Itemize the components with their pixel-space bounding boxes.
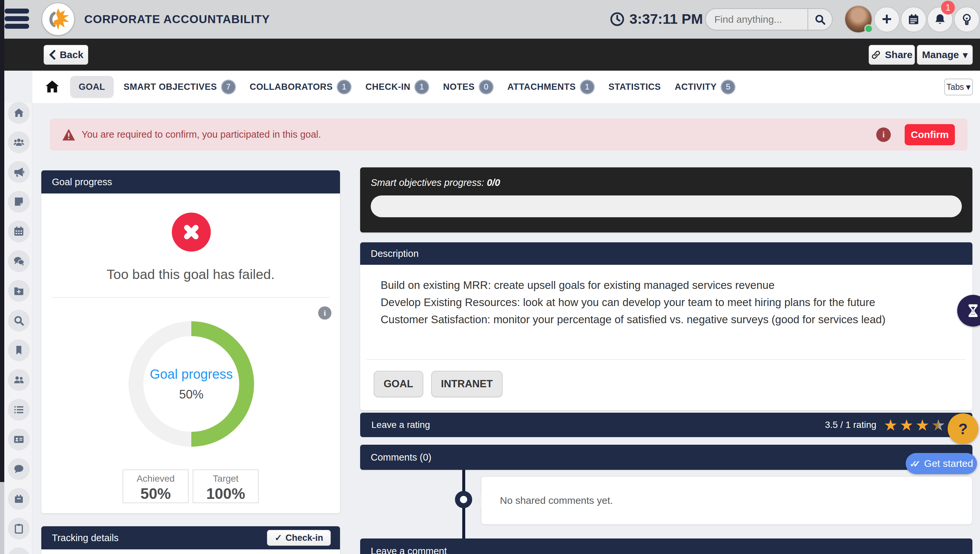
calendar-icon	[13, 226, 25, 237]
global-search	[705, 8, 833, 30]
chevron-left-icon	[49, 50, 56, 60]
manage-button[interactable]: Manage	[917, 45, 973, 65]
tab-badge: 7	[221, 80, 236, 94]
user-avatar[interactable]	[844, 5, 872, 33]
goal-tab-bar: GOAL SMART OBJECTIVES 7 COLLABORATORS 1 …	[32, 71, 980, 103]
rating-bar: Leave a rating 3.5 / 1 rating	[360, 413, 972, 437]
objectives-progress-value: 0/0	[487, 177, 500, 188]
get-started-button[interactable]: ✓✓ Get started	[906, 453, 977, 474]
confirm-button[interactable]: Confirm	[905, 124, 955, 145]
sidebar-item-tasks[interactable]	[8, 518, 30, 540]
tab-badge: 1	[414, 80, 429, 94]
hamburger-menu-icon[interactable]	[5, 9, 29, 30]
clipboard-icon	[13, 523, 25, 535]
search-input[interactable]	[706, 14, 808, 25]
sidebar-item-archive[interactable]	[8, 488, 30, 510]
id-card-icon	[13, 433, 25, 446]
tab-badge: 1	[580, 80, 595, 94]
description-header: Description	[360, 242, 972, 265]
folder-add-icon	[13, 285, 25, 297]
left-scrollbar-thumb[interactable]	[0, 0, 4, 482]
goal-action-bar: Back Share Manage	[0, 39, 980, 71]
goal-failed-message: Too bad this goal has failed.	[41, 267, 340, 282]
tab-home[interactable]	[44, 79, 60, 95]
sidebar-item-files[interactable]	[8, 280, 30, 302]
goal-progress-header: Goal progress	[41, 170, 340, 193]
comment-icon	[13, 463, 25, 475]
page-title: CORPORATE ACCOUNTABILITY	[84, 13, 270, 26]
sidebar-item-more[interactable]	[8, 548, 30, 554]
users-icon	[13, 374, 25, 386]
sidebar-item-announcements[interactable]	[8, 161, 30, 183]
left-scrollbar-track[interactable]	[0, 482, 4, 554]
sidebar-item-directory[interactable]	[8, 428, 30, 451]
corporate-accountability-app: CORPORATE ACCOUNTABILITY 3:37:11 PM	[0, 0, 980, 554]
achieved-stat: Achieved 50%	[123, 470, 189, 503]
ideas-button[interactable]	[954, 6, 980, 32]
sidebar-item-home[interactable]	[8, 102, 30, 124]
notification-count-badge: 1	[941, 1, 955, 14]
tab-goal[interactable]: GOAL	[70, 76, 114, 98]
empty-comments-message: No shared comments yet.	[500, 495, 613, 506]
info-icon[interactable]: i	[876, 127, 891, 142]
sidebar-item-notes[interactable]	[8, 191, 30, 213]
tab-check-in[interactable]: CHECK-IN 1	[366, 80, 429, 94]
add-button[interactable]	[874, 6, 900, 32]
star-icon[interactable]	[884, 417, 897, 433]
share-button[interactable]: Share	[869, 45, 915, 65]
check-in-button[interactable]: Check-in	[267, 530, 331, 546]
tab-statistics[interactable]: STATISTICS	[609, 82, 661, 92]
donut-value: 50%	[179, 388, 204, 401]
tag-goal[interactable]: GOAL	[374, 371, 423, 397]
hourglass-icon	[966, 303, 980, 318]
app-logo[interactable]	[41, 3, 75, 36]
star-icon[interactable]	[899, 417, 913, 433]
top-bar: CORPORATE ACCOUNTABILITY 3:37:11 PM	[0, 0, 980, 39]
sidebar-item-chats[interactable]	[8, 250, 30, 272]
tab-attachments[interactable]: ATTACHMENTS 1	[508, 80, 595, 94]
description-panel: Description Build on existing MRR: creat…	[360, 242, 972, 411]
sidebar-item-objectives-list[interactable]	[8, 399, 30, 420]
divider	[367, 359, 966, 360]
bell-icon	[934, 13, 946, 26]
back-button[interactable]: Back	[44, 45, 88, 65]
clock-widget: 3:37:11 PM	[610, 11, 703, 27]
sidebar-item-calendar[interactable]	[8, 221, 30, 242]
tag-intranet[interactable]: INTRANET	[431, 371, 503, 397]
lightbulb-icon	[960, 13, 974, 26]
clock-icon	[610, 11, 625, 27]
note-icon	[13, 196, 25, 208]
tab-smart-objectives[interactable]: SMART OBJECTIVES 7	[124, 80, 236, 94]
search-button[interactable]	[808, 9, 832, 30]
sidebar-item-search[interactable]	[8, 310, 30, 331]
confirmation-alert: You are required to confirm, you partici…	[50, 119, 967, 151]
sidebar-item-feedback[interactable]	[8, 458, 30, 480]
help-button[interactable]	[948, 413, 978, 444]
link-icon	[871, 50, 881, 60]
tab-notes[interactable]: NOTES 0	[443, 80, 494, 94]
goal-progress-card: Goal progress Too bad this goal has fail…	[41, 170, 340, 513]
home-icon	[13, 107, 25, 119]
chats-icon	[13, 255, 25, 267]
empty-comments-bubble: No shared comments yet.	[481, 476, 972, 525]
sidebar-item-bookmarks[interactable]	[8, 339, 30, 361]
tab-collaborators[interactable]: COLLABORATORS 1	[250, 80, 352, 94]
donut-label[interactable]: Goal progress	[150, 367, 233, 382]
sidebar-item-people[interactable]	[8, 131, 30, 153]
star-half-icon[interactable]	[931, 417, 945, 433]
tab-activity[interactable]: ACTIVITY 5	[675, 80, 736, 94]
description-line: Customer Satisfaction: monitor your perc…	[381, 311, 953, 328]
comments-header: Comments (0)	[360, 445, 972, 470]
users-group-icon	[13, 136, 25, 148]
alert-message: You are required to confirm, you partici…	[81, 129, 870, 140]
home-icon	[44, 79, 60, 95]
star-icon[interactable]	[916, 417, 929, 433]
tabs-dropdown-button[interactable]: Tabs	[944, 79, 973, 96]
sidebar-item-users[interactable]	[8, 369, 30, 391]
caret-down-icon	[966, 81, 970, 92]
current-time: 3:37:11 PM	[629, 11, 703, 27]
info-icon[interactable]: i	[318, 306, 331, 320]
warning-icon	[62, 129, 75, 141]
rating-title: Leave a rating	[371, 420, 430, 430]
calendar-button[interactable]	[901, 6, 926, 32]
